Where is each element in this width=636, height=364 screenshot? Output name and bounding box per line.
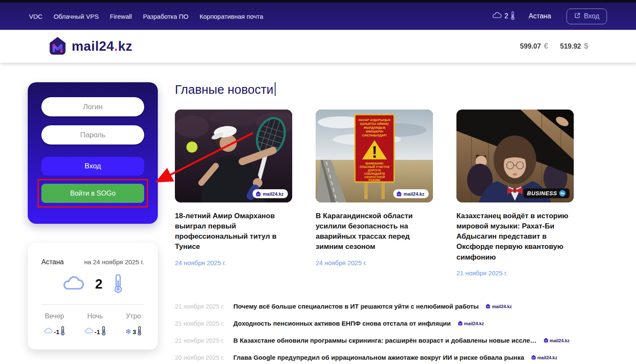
news-list-item[interactable]: 21 ноября 2025 г. В Казахстане обновили … <box>175 336 606 345</box>
news-card-title[interactable]: В Карагандинской области усилили безопас… <box>316 211 433 252</box>
news-list-item[interactable]: 21 ноября 2025 г. Почему всё больше спец… <box>175 302 606 311</box>
news-item-date: 21 ноября 2025 г. <box>175 320 233 327</box>
news-card-title[interactable]: 18-летний Амир Омарханов выиграл первый … <box>175 211 292 252</box>
cloud-icon <box>84 328 93 335</box>
sign-text-line: РЕЖИМ! <box>369 179 380 182</box>
news-source-badge: mail24.kz <box>531 355 558 361</box>
sign-text-line: ВНИМАНИЕ! <box>366 162 383 165</box>
news-item-date: 21 ноября 2025 г. <box>175 303 233 310</box>
image-source-badge: mail24.kz <box>253 189 288 198</box>
top-login-button[interactable]: Вход <box>566 9 607 24</box>
badge-label: mail24.kz <box>550 338 570 343</box>
thermometer-icon <box>102 326 106 337</box>
thermometer-icon <box>113 274 123 295</box>
top-news-cards: mail24.kz 18-летний Амир Омарханов выигр… <box>175 110 574 277</box>
nav-link-software-dev[interactable]: Разработка ПО <box>143 13 189 20</box>
news-card-pianist[interactable]: BUSINESS fm Казахстанец войдёт в историю… <box>456 110 574 277</box>
period-temp: -1 <box>94 328 100 335</box>
sign-text-line: ДОРОГИ! <box>368 169 381 172</box>
news-item-title[interactable]: Глава Google предупредил об иррациональн… <box>233 354 524 361</box>
sign-text-line: ОПАСНЫЙ УЧАСТОК <box>360 165 390 168</box>
currency-rates: 599.07 € 519.92 $ <box>520 42 588 51</box>
euro-symbol-icon: € <box>544 42 548 51</box>
news-list-item[interactable]: 21 ноября 2025 г. Доходность пенсионных … <box>175 319 606 328</box>
eur-rate: 599.07 € <box>520 42 548 51</box>
mail24-house-icon <box>485 303 491 309</box>
news-card-road-safety[interactable]: НАЗАР АУДАРЫҢЫЗ ҚАУЫПТЫ АЙМАҚ! ЖЫЛДАМДЫҚ… <box>316 110 433 277</box>
weather-periods: Вечер -1 Ночь -1 Утро ❄ 3 <box>41 312 144 337</box>
site-logo[interactable]: mail24.kz <box>48 36 132 57</box>
news-item-date: 21 ноября 2025 г. <box>175 337 233 344</box>
nav-link-corporate-mail[interactable]: Корпоративная почта <box>200 13 263 20</box>
news-list-item[interactable]: 20 ноября 2025 г. Глава Google предупред… <box>175 353 606 362</box>
nav-right-group: 2 Астана Вход <box>492 9 607 24</box>
login-panel: Вход Войти в SOGo <box>28 82 158 224</box>
usd-rate: 519.92 $ <box>560 42 588 51</box>
nav-links: VDC Облачный VPS Firewall Разработка ПО … <box>29 13 263 20</box>
nav-link-vdc[interactable]: VDC <box>29 13 43 20</box>
mail24-house-icon <box>458 321 463 326</box>
news-list: 21 ноября 2025 г. Почему всё больше спец… <box>175 302 606 364</box>
login-input[interactable] <box>41 97 144 116</box>
news-card-date: 21 ноября 2025 г. <box>456 269 574 277</box>
login-submit-button[interactable]: Вход <box>41 157 144 176</box>
news-item-title[interactable]: Почему всё больше специалистов в ИТ реша… <box>233 303 479 310</box>
badge-label: mail24.kz <box>404 191 424 196</box>
road-warning-sign-photo: НАЗАР АУДАРЫҢЫЗ ҚАУЫПТЫ АЙМАҚ! ЖЫЛДАМДЫҚ… <box>316 110 433 202</box>
nav-link-cloud-vps[interactable]: Облачный VPS <box>54 13 99 20</box>
mail24-house-icon <box>256 191 261 196</box>
usd-rate-value: 519.92 <box>560 43 581 50</box>
news-item-title[interactable]: В Казахстане обновили программы скрининг… <box>233 337 537 344</box>
text-cursor <box>275 82 276 96</box>
news-source-badge: mail24.kz <box>485 303 512 309</box>
nav-city-label: Астана <box>529 12 551 20</box>
image-source-badge: mail24.kz <box>393 189 429 198</box>
mail24-house-icon <box>543 338 549 344</box>
sign-text-line: МӨЛШЕРІН <box>366 130 383 133</box>
nav-link-firewall[interactable]: Firewall <box>110 13 132 20</box>
logo-wordmark: mail24.kz <box>72 39 132 54</box>
nav-weather-summary: 2 <box>492 11 515 22</box>
password-input[interactable] <box>41 125 144 144</box>
news-card-date: 24 ноября 2025 г. <box>175 259 292 266</box>
news-card-title[interactable]: Казахстанец войдёт в историю мировой муз… <box>456 211 574 263</box>
weather-period-night: Ночь -1 <box>84 312 105 337</box>
weather-period-evening: Вечер -1 <box>44 312 65 337</box>
sign-text-line: ҚАУЫПТЫ АЙМАҚ! <box>360 122 389 126</box>
news-card-tennis[interactable]: mail24.kz 18-летний Амир Омарханов выигр… <box>175 110 292 277</box>
thermometer-icon <box>137 326 142 337</box>
thermometer-icon <box>61 326 65 337</box>
weather-temperature: 2 <box>95 277 102 292</box>
svg-text:!: ! <box>372 143 378 161</box>
news-item-title[interactable]: Доходность пенсионных активов ЕНПФ снова… <box>233 320 451 327</box>
sign-text-line: НАЗАР АУДАРЫҢЫЗ <box>359 118 391 122</box>
weather-date: на 24 ноября 2025 г. <box>84 258 144 266</box>
weather-city: Астана <box>41 258 64 266</box>
page-title: Главные новости <box>175 82 276 97</box>
news-card-date: 24 ноября 2025 г. <box>316 259 433 266</box>
period-temp: 3 <box>133 328 136 335</box>
mail24-house-icon <box>396 191 402 196</box>
weather-header: Астана на 24 ноября 2025 г. <box>41 258 144 266</box>
sogo-login-button[interactable]: Войти в SOGo <box>41 184 144 203</box>
site-header: mail24.kz 599.07 € 519.92 $ <box>0 30 636 63</box>
weather-current: 2 <box>41 273 144 296</box>
mail24-portal-page: VDC Облачный VPS Firewall Разработка ПО … <box>0 0 636 364</box>
badge-label: mail24.kz <box>537 355 558 360</box>
thermometer-icon <box>511 11 515 22</box>
top-login-button-label: Вход <box>584 12 599 20</box>
period-temp: -1 <box>54 328 59 335</box>
sign-text-line: СОБЛЮДАЙТЕ <box>364 172 385 176</box>
mail24-house-logo-icon <box>48 36 67 57</box>
sign-text-line: СКОРОСТНОЙ <box>364 175 385 179</box>
cloud-icon <box>44 328 52 335</box>
snowflake-icon: ❄ <box>125 327 131 336</box>
nav-temperature: 2 <box>504 12 508 20</box>
cloud-icon <box>492 12 502 20</box>
sign-text-line: ЖЫЛДАМДЫҚ <box>363 126 386 130</box>
news-source-badge: mail24.kz <box>458 321 484 326</box>
tennis-player-photo: mail24.kz <box>175 110 292 202</box>
badge-label: mail24.kz <box>464 321 484 326</box>
external-link-icon <box>574 12 581 20</box>
eur-rate-value: 599.07 <box>520 43 541 50</box>
